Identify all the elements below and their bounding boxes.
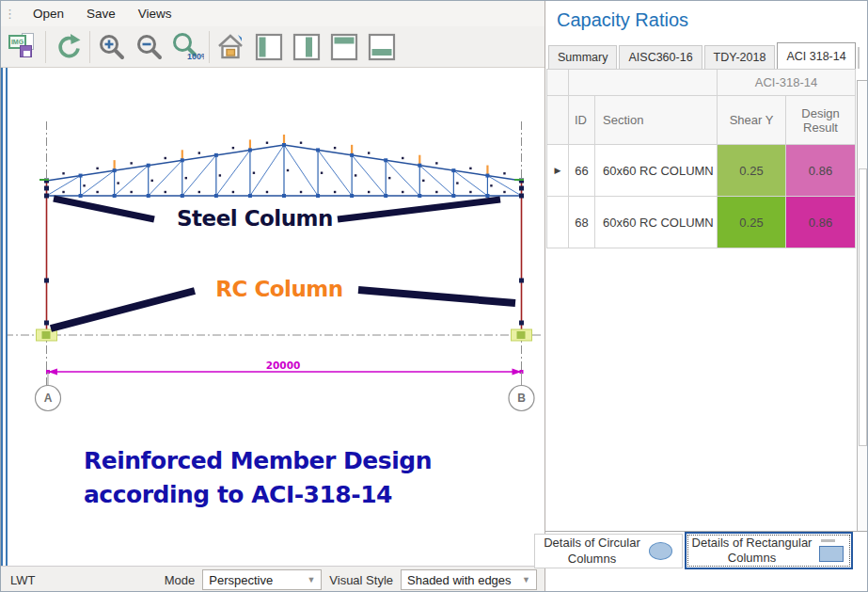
menu-bar: ⋮ Open Save Views (1, 1, 544, 26)
chevron-down-icon: ▼ (522, 575, 530, 584)
zoom-out-button[interactable] (131, 28, 168, 66)
pane-center-icon (292, 33, 321, 61)
pane-bottom-icon (368, 33, 396, 61)
chevron-down-icon: ▼ (307, 575, 315, 584)
pane-top-button[interactable] (325, 28, 363, 66)
tab-aci-318-14[interactable]: ACI 318-14 (777, 42, 855, 69)
design-title-line1: Reinforced Member Design (84, 447, 432, 474)
tab-partial[interactable] (858, 47, 860, 69)
tab-strip: Summary AISC360-16 TDY-2018 ACI 318-14 ◄… (548, 42, 868, 69)
cell-id[interactable]: 66 (569, 145, 595, 197)
mode-select[interactable]: Perspective▼ (202, 569, 322, 590)
capacity-ratios-panel: Capacity Ratios Summary AISC360-16 TDY-2… (544, 1, 868, 592)
export-image-icon: IMG (8, 33, 39, 61)
group-header-aci: ACI-318-14 (718, 70, 856, 96)
drawing-canvas[interactable]: Steel Column RC Column 20000 A B Reinfor… (1, 68, 544, 566)
panel-title: Capacity Ratios (545, 1, 868, 31)
capacity-table: ACI-318-14 ID Section Shear Y Design Res… (546, 69, 856, 248)
group-header-spacer (569, 70, 718, 96)
vertical-scrollbar[interactable] (857, 80, 868, 566)
zoom-100-button[interactable]: 100% (168, 28, 206, 66)
cell-design-result[interactable]: 0.86 (786, 197, 856, 248)
row-marker (547, 197, 569, 248)
detail-buttons-strip: Details of Circular Columns Details of R… (545, 531, 868, 568)
svg-text:100%: 100% (187, 52, 204, 61)
rc-column-label: RC Column (215, 277, 342, 301)
status-bar: LWT Mode Perspective▼ Visual Style Shade… (1, 566, 544, 592)
zoom-100-icon: 100% (170, 32, 204, 62)
design-title-line2: according to ACI-318-14 (84, 481, 392, 508)
toolbar: IMG (1, 26, 544, 68)
menu-open[interactable]: Open (22, 3, 75, 24)
details-circular-button[interactable]: Details of Circular Columns (534, 534, 683, 568)
refresh-button[interactable] (49, 28, 87, 66)
column-header-id[interactable]: ID (569, 96, 595, 145)
zoom-in-button[interactable] (93, 28, 131, 66)
scrollbar-thumb[interactable] (859, 168, 867, 446)
pane-top-icon (330, 33, 358, 61)
pane-left-button[interactable] (250, 28, 288, 66)
collapsed-splitter[interactable] (1, 68, 8, 566)
visual-style-label: Visual Style (329, 573, 393, 587)
column-header-marker (547, 96, 569, 145)
pane-center-button[interactable] (288, 28, 325, 66)
refresh-icon (53, 32, 83, 62)
menu-views[interactable]: Views (127, 3, 183, 24)
column-header-section[interactable]: Section (595, 96, 718, 145)
toolbar-drag-handle[interactable]: ⋮ (4, 7, 14, 21)
current-row-indicator-icon: ▶ (547, 145, 569, 197)
application-window: ⋮ Open Save Views IMG (0, 0, 868, 592)
zoom-out-icon (135, 33, 164, 61)
menu-save[interactable]: Save (75, 3, 127, 24)
cell-section[interactable]: 60x60 RC COLUMN (595, 197, 718, 248)
rectangle-column-icon (817, 536, 845, 565)
cell-id[interactable]: 68 (569, 197, 595, 248)
export-image-button[interactable]: IMG (5, 28, 42, 66)
group-header-spacer (547, 70, 569, 96)
steel-column-label: Steel Column (177, 206, 333, 231)
visual-style-select[interactable]: Shaded with edges▼ (401, 569, 537, 590)
cell-shear-y[interactable]: 0.25 (718, 145, 786, 197)
cell-shear-y[interactable]: 0.25 (718, 197, 786, 248)
details-rectangular-button[interactable]: Details of Rectangular Columns (685, 532, 853, 569)
column-header-shear-y[interactable]: Shear Y (718, 96, 786, 145)
dimension-text: 20000 (266, 360, 301, 371)
grid-bubble-a-label: A (44, 392, 53, 405)
cell-design-result[interactable]: 0.86 (786, 145, 856, 197)
tab-aisc360-16[interactable]: AISC360-16 (619, 45, 702, 69)
pane-bottom-button[interactable] (363, 28, 401, 66)
zoom-in-icon (98, 33, 126, 61)
tab-summary[interactable]: Summary (548, 45, 617, 69)
column-header-design-result[interactable]: Design Result (786, 96, 856, 145)
lwt-indicator: LWT (10, 573, 35, 587)
main-view: ⋮ Open Save Views IMG (1, 1, 544, 592)
circle-column-icon (649, 542, 672, 560)
tab-scroll-left-icon[interactable]: ◄ (862, 47, 868, 69)
home-view-button[interactable] (213, 28, 250, 66)
tab-tdy-2018[interactable]: TDY-2018 (704, 45, 776, 69)
pane-left-icon (255, 33, 283, 61)
mode-label: Mode (165, 573, 196, 587)
cell-section[interactable]: 60x60 RC COLUMN (595, 145, 718, 197)
grid-bubble-b-label: B (517, 392, 526, 405)
home-icon (217, 33, 245, 61)
